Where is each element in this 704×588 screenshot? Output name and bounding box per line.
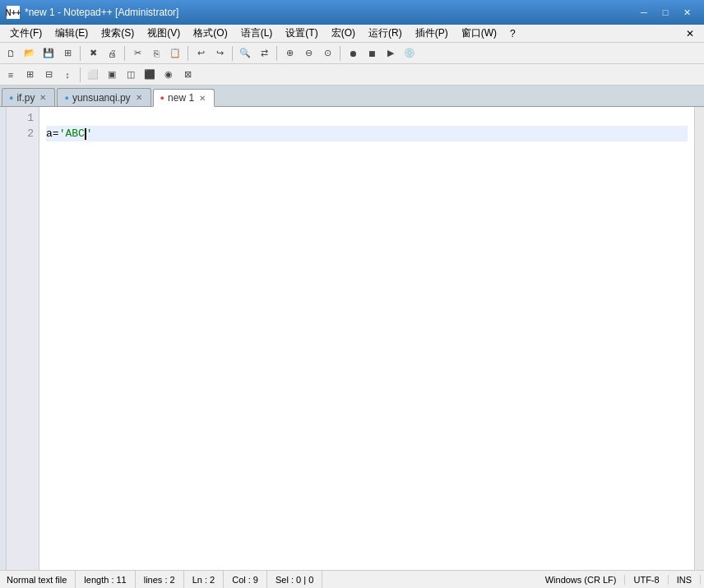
left-handle: [0, 107, 7, 570]
code-editor[interactable]: a = 'ABC': [39, 107, 694, 570]
menu-settings[interactable]: 设置(T): [279, 25, 324, 42]
title-bar: N++ *new 1 - Notepad++ [Administrator] ─…: [0, 0, 704, 25]
status-ln-label: Ln : 2: [192, 575, 215, 585]
menu-help[interactable]: ?: [503, 25, 522, 42]
toolbar-2: ≡ ⊞ ⊟ ↕ ⬜ ▣ ◫ ⬛ ◉ ⊠: [0, 64, 704, 86]
status-encoding: UTF-8: [625, 575, 668, 585]
menu-macro[interactable]: 宏(O): [325, 25, 362, 42]
status-lines: lines : 2: [136, 571, 184, 588]
status-col-label: Col : 9: [232, 575, 258, 585]
toolbar2-btn10[interactable]: ⊠: [178, 66, 197, 84]
minimize-button[interactable]: ─: [633, 4, 655, 21]
print-button[interactable]: 🖨: [103, 44, 121, 63]
new-file-button[interactable]: 🗋: [2, 44, 20, 63]
menu-close-button[interactable]: ✕: [679, 26, 701, 41]
menu-file[interactable]: 文件(F): [3, 25, 49, 42]
tab-if-py-close[interactable]: ✕: [38, 93, 48, 103]
status-sel: Sel : 0 | 0: [267, 571, 322, 588]
close-file-button[interactable]: ✖: [84, 44, 102, 63]
toolbar2-btn1[interactable]: ≡: [2, 66, 20, 84]
zoom-in-button[interactable]: ⊕: [280, 44, 299, 63]
status-sel-label: Sel : 0 | 0: [276, 575, 313, 585]
toolbar-separator-3: [188, 46, 188, 61]
code-string: 'ABC: [59, 126, 85, 141]
maximize-button[interactable]: □: [655, 4, 676, 21]
window-title: *new 1 - Notepad++ [Administrator]: [25, 7, 633, 18]
toolbar2-btn5[interactable]: ⬜: [84, 66, 102, 84]
menu-bar: 文件(F) 编辑(E) 搜索(S) 视图(V) 格式(O) 语言(L) 设置(T…: [0, 25, 704, 43]
menu-edit[interactable]: 编辑(E): [49, 25, 95, 42]
tab-if-py-label: if.py: [16, 92, 35, 104]
cut-button[interactable]: ✂: [128, 44, 146, 63]
status-position: Ln : 2: [184, 571, 225, 588]
code-line-2: a = 'ABC': [46, 126, 688, 141]
toolbar-1: 🗋 📂 💾 ⊞ ✖ 🖨 ✂ ⎘ 📋 ↩ ↪ 🔍 ⇄ ⊕ ⊖ ⊙ ⏺ ⏹ ▶ 💿: [0, 43, 704, 64]
status-mode: INS: [669, 575, 701, 585]
close-button[interactable]: ✕: [676, 4, 697, 21]
menu-language[interactable]: 语言(L): [234, 25, 280, 42]
status-bar: Normal text file length : 11 lines : 2 L…: [0, 570, 704, 588]
tab-yunsuanqi-py[interactable]: ● yunsuanqi.py ✕: [57, 88, 151, 106]
zoom-reset-button[interactable]: ⊙: [318, 44, 336, 63]
code-var: a: [46, 126, 53, 141]
macro-play-button[interactable]: ▶: [382, 44, 400, 63]
tab-new1[interactable]: ● new 1 ✕: [153, 89, 215, 107]
redo-button[interactable]: ↪: [211, 44, 229, 63]
menu-plugins[interactable]: 插件(P): [409, 25, 455, 42]
undo-button[interactable]: ↩: [192, 44, 210, 63]
tab-yunsuanqi-py-label: yunsuanqi.py: [72, 92, 131, 104]
toolbar-separator-2: [124, 46, 125, 61]
line-number-1: 1: [7, 110, 34, 126]
copy-button[interactable]: ⎘: [147, 44, 165, 63]
code-op: =: [53, 126, 59, 141]
status-file-type-label: Normal text file: [7, 575, 67, 585]
status-mode-label: INS: [677, 575, 692, 585]
save-all-button[interactable]: ⊞: [58, 44, 76, 63]
toolbar2-btn9[interactable]: ◉: [160, 66, 178, 84]
line-number-2: 2: [7, 126, 34, 141]
menu-view[interactable]: 视图(V): [141, 25, 187, 42]
toolbar-separator-5: [276, 46, 277, 61]
toolbar-separator-4: [232, 46, 233, 61]
toolbar2-btn2[interactable]: ⊞: [21, 66, 39, 84]
line-numbers: 1 2: [7, 107, 39, 570]
scroll-track[interactable]: [694, 107, 704, 570]
status-col: Col : 9: [224, 571, 267, 588]
save-file-button[interactable]: 💾: [39, 44, 58, 63]
macro-record-button[interactable]: ⏺: [344, 44, 362, 63]
find-button[interactable]: 🔍: [236, 44, 254, 63]
toolbar2-btn8[interactable]: ⬛: [141, 66, 159, 84]
toolbar2-sep1: [80, 67, 81, 82]
toolbar2-btn4[interactable]: ↕: [58, 66, 76, 84]
toolbar-separator-1: [80, 46, 81, 61]
tab-new1-close[interactable]: ✕: [197, 93, 207, 103]
status-encoding-label: UTF-8: [633, 575, 659, 585]
paste-button[interactable]: 📋: [166, 44, 184, 63]
status-right-group: Windows (CR LF) UTF-8 INS: [542, 575, 701, 585]
toolbar2-btn6[interactable]: ▣: [103, 66, 121, 84]
status-line-ending: Windows (CR LF): [542, 575, 626, 585]
status-line-ending-label: Windows (CR LF): [545, 575, 617, 585]
tabs-bar: ● if.py ✕ ● yunsuanqi.py ✕ ● new 1 ✕: [0, 86, 704, 107]
code-string-close: ': [86, 126, 93, 141]
status-length-label: length : 11: [84, 575, 126, 585]
toolbar2-btn7[interactable]: ◫: [122, 66, 140, 84]
status-file-type: Normal text file: [3, 571, 76, 588]
macro-save-button[interactable]: 💿: [401, 44, 419, 63]
menu-format[interactable]: 格式(O): [187, 25, 234, 42]
editor-container: 1 2 a = 'ABC': [0, 107, 704, 570]
code-line-1: [46, 110, 688, 126]
menu-window[interactable]: 窗口(W): [455, 25, 503, 42]
toolbar-separator-6: [340, 46, 340, 61]
menu-search[interactable]: 搜索(S): [95, 25, 141, 42]
macro-stop-button[interactable]: ⏹: [363, 44, 381, 63]
tab-new1-label: new 1: [168, 92, 194, 104]
zoom-out-button[interactable]: ⊖: [299, 44, 317, 63]
status-lines-label: lines : 2: [144, 575, 175, 585]
open-file-button[interactable]: 📂: [21, 44, 39, 63]
toolbar2-btn3[interactable]: ⊟: [39, 66, 58, 84]
tab-yunsuanqi-py-close[interactable]: ✕: [134, 93, 144, 103]
menu-run[interactable]: 运行(R): [362, 25, 409, 42]
replace-button[interactable]: ⇄: [255, 44, 273, 63]
tab-if-py[interactable]: ● if.py ✕: [2, 88, 55, 106]
